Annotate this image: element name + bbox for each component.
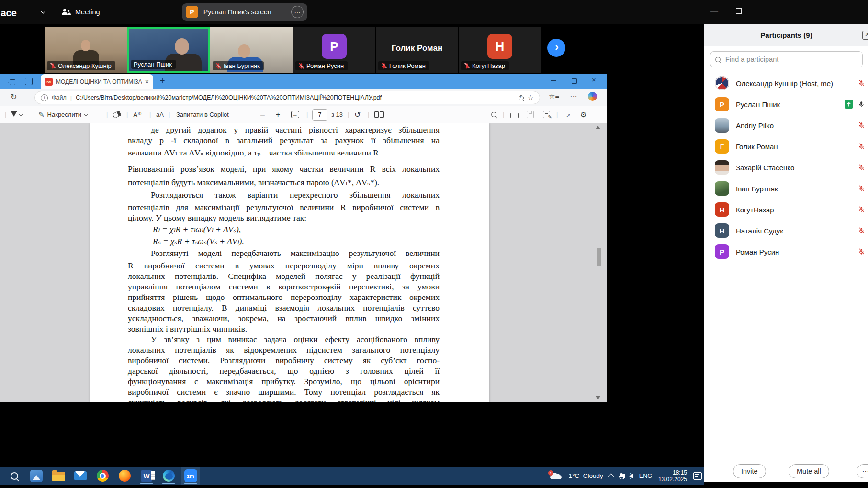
two-page-icon: [374, 111, 384, 118]
weather-icon[interactable]: !: [549, 472, 563, 480]
save-as-button[interactable]: [543, 106, 550, 123]
video-tile[interactable]: Олександр Кушнір: [45, 27, 127, 73]
keyboard-language[interactable]: ENG: [639, 473, 652, 479]
mic-muted-icon: [858, 248, 865, 255]
scroll-down-arrow[interactable]: [596, 396, 600, 399]
new-tab-button[interactable]: +: [160, 76, 165, 86]
taskbar-app-chrome[interactable]: [93, 467, 112, 485]
page-number-input[interactable]: 7: [312, 106, 327, 123]
taskbar-app-explorer[interactable]: [49, 467, 68, 485]
taskbar-app-app[interactable]: [27, 467, 46, 485]
participant-row[interactable]: PРуслан Пшик: [704, 94, 868, 115]
browser-minimize-button[interactable]: [551, 80, 556, 81]
tab-meeting[interactable]: Meeting: [61, 4, 100, 20]
browser-close-button[interactable]: ×: [592, 77, 596, 83]
taskbar-app-edge[interactable]: [159, 467, 178, 485]
video-tile[interactable]: PРоман Русин: [293, 27, 375, 73]
participant-search[interactable]: [710, 51, 863, 67]
gear-icon: ⚙: [580, 111, 586, 119]
tray-overflow-icon[interactable]: [608, 474, 614, 480]
browser-tab[interactable]: PDF МОДЕЛІ ОЦІНКИ ТА ОПТИМІЗА ×: [41, 74, 153, 89]
pdf-text-line: вкладу p -ї складової в загальний резуль…: [128, 135, 440, 145]
page-zoom-icon[interactable]: [519, 95, 524, 100]
mute-all-button[interactable]: Mute all: [789, 464, 829, 478]
weather-text[interactable]: 1°C Cloudy: [569, 472, 603, 479]
copilot-icon[interactable]: [588, 92, 597, 101]
mic-muted-icon: [858, 227, 865, 234]
participant-row[interactable]: ННаталія Судук: [704, 220, 868, 241]
taskbar-app-word[interactable]: W: [137, 467, 156, 485]
tab-actions-icon[interactable]: [25, 78, 33, 85]
video-filmstrip: Олександр КушнірРуслан ПшикІван БуртнякP…: [45, 27, 541, 73]
participant-row[interactable]: Захарій Стасенко: [704, 157, 868, 178]
minimize-button[interactable]: —: [710, 7, 718, 15]
scrollbar-thumb[interactable]: [597, 248, 601, 266]
video-name-label: Іван Буртняк: [213, 61, 264, 70]
shared-screen-label: Руслан Пшик's screen: [203, 8, 286, 16]
video-tile[interactable]: HКогутНазар: [459, 27, 541, 73]
pop-out-icon[interactable]: ↗: [862, 31, 868, 40]
video-tile[interactable]: Голик РоманГолик Роман: [376, 27, 458, 73]
avatar: [715, 181, 729, 196]
participant-name: Олександр Кушнір: [58, 62, 112, 69]
participant-row[interactable]: Andriy Pilko: [704, 115, 868, 136]
ask-copilot-button[interactable]: Запитати в Copilot: [176, 106, 229, 123]
video-tile[interactable]: Іван Буртняк: [210, 27, 293, 73]
fullscreen-button[interactable]: ↔: [564, 106, 571, 123]
fit-to-width-button[interactable]: ↔: [291, 106, 299, 123]
rotate-button[interactable]: ↺: [354, 106, 361, 123]
participant-row[interactable]: Іван Буртняк: [704, 178, 868, 199]
avatar: P: [322, 34, 347, 59]
participant-search-input[interactable]: [724, 55, 857, 64]
read-aloud-button[interactable]: A))): [133, 106, 141, 123]
tray-microphone-icon[interactable]: [620, 473, 623, 477]
taskbar-app-zoom[interactable]: zm: [181, 467, 200, 485]
save-button[interactable]: [527, 106, 534, 123]
fit-width-icon: ↔: [291, 111, 299, 118]
taskbar-clock[interactable]: 18:15 13.02.2025: [658, 469, 687, 483]
more-button[interactable]: ⋯: [857, 464, 868, 478]
search-document-button[interactable]: [491, 106, 496, 123]
info-icon[interactable]: i: [41, 94, 48, 101]
taskbar-app-mail[interactable]: [71, 467, 90, 485]
browser-menu-icon[interactable]: …: [570, 90, 578, 99]
pdf-viewer[interactable]: де другий доданок у правій частині рівно…: [0, 123, 607, 402]
close-tab-icon[interactable]: ×: [145, 78, 149, 86]
taskbar-app-firefox[interactable]: [115, 467, 134, 485]
favorite-star-icon[interactable]: ☆: [528, 93, 534, 102]
participant-row[interactable]: PРоман Русин: [704, 241, 868, 262]
scroll-up-arrow[interactable]: [596, 126, 600, 129]
pdf-text-line: сукупність ресурсів, які дозволяють дося…: [128, 397, 440, 402]
erase-tool-button[interactable]: [113, 106, 121, 123]
print-icon: [510, 113, 519, 118]
browser-restore-button[interactable]: [572, 78, 577, 84]
zoom-out-button[interactable]: –: [260, 106, 265, 123]
taskbar-search-button[interactable]: [5, 467, 24, 485]
more-options-icon[interactable]: ⋯: [291, 6, 304, 18]
chevron-down-icon[interactable]: [40, 8, 45, 13]
notification-center-icon[interactable]: [693, 472, 702, 480]
shared-screen-pill[interactable]: P Руслан Пшик's screen ⋯: [182, 3, 307, 21]
pdf-settings-button[interactable]: ⚙: [580, 106, 586, 123]
print-button[interactable]: [510, 106, 519, 123]
workspaces-icon[interactable]: [8, 78, 15, 85]
participant-name: Руслан Пшик: [736, 100, 838, 109]
next-videos-button[interactable]: ›: [547, 39, 565, 57]
translate-button[interactable]: аA: [156, 106, 164, 123]
expand-icon: ↔: [562, 110, 572, 120]
reload-icon[interactable]: ↻: [11, 92, 17, 101]
highlight-tool-button[interactable]: [11, 106, 23, 123]
zoom-in-button[interactable]: +: [276, 106, 280, 123]
page-view-button[interactable]: [374, 106, 384, 123]
video-tile[interactable]: Руслан Пшик: [127, 27, 210, 73]
participant-row[interactable]: Олександр Кушнір (Host, me): [704, 73, 868, 94]
tray-speaker-icon[interactable]: [629, 474, 633, 478]
participant-row[interactable]: НКогутНазар: [704, 199, 868, 220]
participant-row[interactable]: ГГолик Роман: [704, 136, 868, 157]
address-bar[interactable]: i Файл | C:/Users/Вітя/Desktop/великий%2…: [34, 91, 540, 104]
favorites-bar-icon[interactable]: ☆≡: [549, 92, 559, 100]
invite-button[interactable]: Invite: [733, 464, 766, 478]
avatar: [715, 118, 729, 133]
draw-tool-button[interactable]: ✎ Накреслити: [38, 106, 88, 123]
restore-button[interactable]: [736, 8, 742, 14]
